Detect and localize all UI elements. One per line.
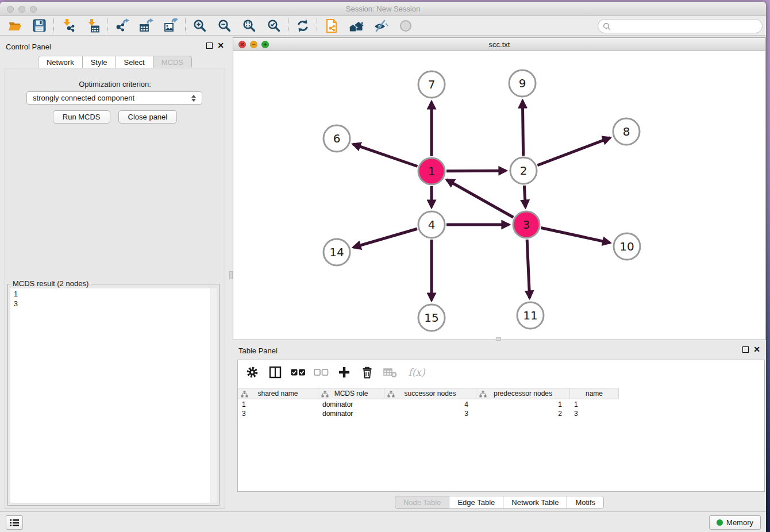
main-toolbar (0, 16, 766, 36)
close-panel-button[interactable]: Close panel (118, 110, 178, 124)
tab-network-table[interactable]: Network Table (503, 496, 567, 509)
node-table: f(x) shared nameMCDS rolesuccessor nodes… (237, 360, 765, 492)
cell-shared-name[interactable]: 3 (238, 409, 318, 418)
import-network-icon[interactable] (56, 17, 80, 34)
column-header-mcds-role[interactable]: MCDS role (318, 388, 384, 399)
search-input[interactable] (614, 21, 762, 32)
delete-table-icon[interactable] (383, 365, 398, 380)
toolbar-separator (185, 18, 186, 33)
table-toolbar: f(x) (238, 360, 764, 384)
zoom-selected-icon[interactable] (261, 17, 286, 34)
search-icon (603, 22, 611, 30)
column-header-predecessor-nodes[interactable]: predecessor nodes (476, 388, 570, 399)
settings-gear-icon[interactable] (245, 365, 260, 380)
first-neighbors-icon[interactable] (344, 17, 368, 34)
run-mcds-button[interactable]: Run MCDS (53, 110, 110, 124)
refresh-layout-icon[interactable] (290, 17, 315, 34)
graph-node-label-14: 14 (329, 245, 344, 259)
graph-edge-2-9[interactable] (522, 101, 523, 156)
mcds-panel: Optimization criterion: strongly connect… (5, 68, 225, 509)
column-header-shared-name[interactable]: shared name (238, 388, 318, 399)
cell-shared-name[interactable]: 1 (238, 400, 318, 409)
show-all-icon[interactable] (393, 17, 418, 34)
select-all-icon[interactable] (291, 365, 306, 380)
memory-button[interactable]: Memory (709, 515, 761, 530)
graph-node-label-4: 4 (428, 218, 436, 232)
cell-successor-nodes[interactable]: 3 (384, 409, 476, 418)
column-header-name[interactable]: name (570, 388, 619, 399)
cell-successor-nodes[interactable]: 4 (384, 400, 476, 409)
table-panel: Table Panel ✕ (233, 342, 766, 511)
graph-node-label-7: 7 (428, 78, 436, 91)
graph-node-label-10: 10 (619, 240, 634, 253)
graph-edge-3-11[interactable] (527, 240, 530, 298)
control-panel: Control Panel ✕ NetworkStyleSelectMCDS O… (0, 36, 230, 511)
cell-name[interactable]: 1 (570, 400, 619, 409)
float-table-panel-icon[interactable] (742, 346, 749, 353)
graph-edge-1-2[interactable] (446, 171, 506, 171)
float-panel-icon[interactable] (206, 43, 213, 49)
zoom-fit-icon[interactable] (237, 17, 261, 34)
zoom-out-icon[interactable] (212, 17, 237, 34)
network-window-title: scc.txt (233, 40, 765, 49)
panel-splitter-handle[interactable] (229, 271, 233, 279)
memory-label: Memory (726, 518, 753, 527)
graph-node-label-15: 15 (424, 311, 438, 325)
app-window: Session: New Session (0, 2, 766, 532)
close-table-panel-icon[interactable]: ✕ (753, 346, 760, 353)
tab-style[interactable]: Style (83, 56, 116, 69)
close-panel-icon[interactable]: ✕ (217, 43, 224, 49)
delete-row-icon[interactable] (360, 365, 375, 380)
selected-option: strongly connected component (33, 94, 134, 102)
split-view-icon[interactable] (268, 365, 283, 380)
function-builder-icon[interactable]: f(x) (406, 365, 428, 380)
table-rows: 1dominator4113dominator323 (238, 400, 764, 418)
graph-node-label-3: 3 (523, 218, 530, 232)
tab-node-table[interactable]: Node Table (395, 496, 450, 509)
save-session-icon[interactable] (27, 17, 52, 34)
table-panel-title: Table Panel (238, 346, 278, 355)
graph-edge-4-14[interactable] (353, 229, 417, 247)
tab-network[interactable]: Network (38, 56, 83, 69)
table-row[interactable]: 1dominator411 (238, 400, 764, 409)
optimization-criterion-select[interactable]: strongly connected component (26, 91, 202, 105)
cell-predecessor-nodes[interactable]: 1 (476, 400, 570, 409)
zoom-in-icon[interactable] (187, 17, 212, 34)
task-history-button[interactable] (6, 515, 23, 530)
open-session-icon[interactable] (2, 17, 27, 34)
graph-edge-2-3[interactable] (524, 186, 525, 207)
toolbar-separator (317, 18, 317, 33)
import-table-icon[interactable] (80, 17, 105, 34)
cell-mcds-role[interactable]: dominator (318, 400, 384, 409)
hide-selected-icon[interactable] (368, 17, 393, 34)
graph-node-label-2: 2 (520, 164, 528, 178)
cell-predecessor-nodes[interactable]: 2 (476, 409, 570, 418)
deselect-all-icon[interactable] (314, 365, 329, 380)
table-splitter-handle[interactable] (496, 337, 501, 341)
cell-name[interactable]: 3 (570, 409, 619, 418)
cell-mcds-role[interactable]: dominator (318, 409, 384, 418)
add-row-icon[interactable] (337, 365, 352, 380)
tab-select[interactable]: Select (116, 56, 153, 69)
graph-edge-2-8[interactable] (537, 138, 610, 165)
fx-label: f(x) (408, 367, 425, 378)
clone-network-icon[interactable] (319, 17, 344, 34)
mcds-result-text[interactable]: 1 3 (10, 288, 217, 503)
export-table-icon[interactable] (134, 17, 159, 34)
tab-edge-table[interactable]: Edge Table (449, 496, 503, 509)
export-image-icon[interactable] (159, 17, 183, 34)
result-scrollbar[interactable] (210, 288, 217, 503)
tab-mcds[interactable]: MCDS (153, 56, 192, 69)
column-header-successor-nodes[interactable]: successor nodes (384, 388, 476, 399)
table-row[interactable]: 3dominator323 (238, 409, 764, 418)
tab-motifs[interactable]: Motifs (567, 496, 604, 509)
graph-node-label-8: 8 (623, 125, 630, 138)
toolbar-separator (107, 18, 107, 33)
memory-status-icon (717, 519, 723, 526)
network-canvas[interactable]: 1234678910111415 (233, 51, 765, 340)
export-network-icon[interactable] (109, 17, 134, 34)
graph-edge-1-6[interactable] (353, 144, 417, 167)
graph-edge-3-1[interactable] (446, 180, 513, 218)
graph-edge-3-10[interactable] (541, 228, 610, 243)
mcds-result-title: MCDS result (2 nodes) (10, 279, 91, 288)
